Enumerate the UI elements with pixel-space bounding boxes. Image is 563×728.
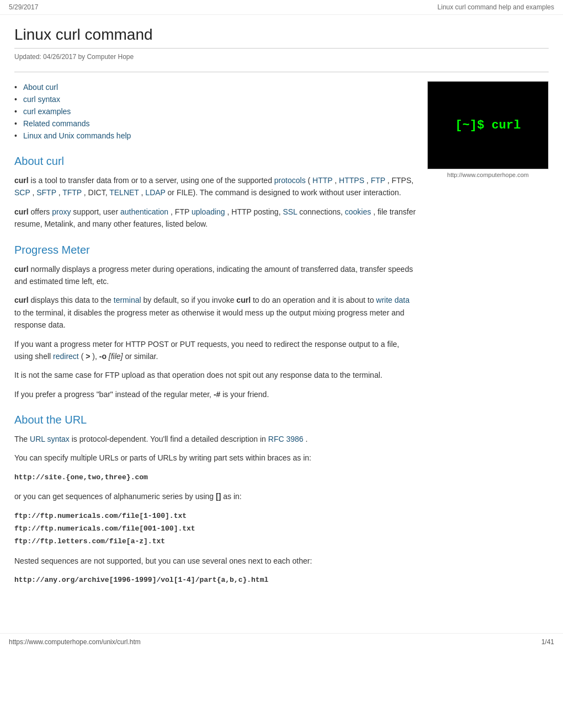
code-block-3: http://any.org/archive[1996-1999]/vol[1-…	[14, 574, 416, 586]
code-block-2: ftp://ftp.numericals.com/file[1-100].txt…	[14, 510, 416, 548]
code-ftp-1: ftp://ftp.numericals.com/file[1-100].txt	[14, 512, 187, 520]
code-archive: http://any.org/archive[1996-1999]/vol[1-…	[14, 576, 268, 584]
link-proxy[interactable]: proxy	[52, 207, 71, 216]
heading-about-curl: About curl	[14, 155, 416, 168]
link-ldap[interactable]: LDAP	[145, 188, 165, 197]
toc-item-about-curl: About curl	[14, 81, 416, 93]
link-url-syntax[interactable]: URL syntax	[30, 435, 70, 443]
curl-bold-2: curl	[14, 207, 29, 216]
link-terminal[interactable]: terminal	[114, 296, 141, 304]
link-uploading[interactable]: uploading	[192, 207, 225, 216]
footer-url: https://www.computerhope.com/unix/curl.h…	[9, 638, 141, 646]
toc-item-linux-unix: Linux and Unix commands help	[14, 130, 416, 142]
top-page-title: Linux curl command help and examples	[438, 3, 554, 11]
curl-bold-3: curl	[14, 265, 29, 274]
link-sftp[interactable]: SFTP	[36, 188, 56, 197]
toc-link-linux-unix[interactable]: Linux and Unix commands help	[23, 131, 131, 140]
progress-p4: It is not the same case for FTP upload a…	[14, 369, 416, 381]
progress-p1: curl normally displays a progress meter …	[14, 263, 416, 288]
toc-item-examples: curl examples	[14, 105, 416, 117]
link-authentication[interactable]: authentication	[120, 207, 168, 216]
curl-bold-5: curl	[236, 296, 251, 304]
toc-item-syntax: curl syntax	[14, 93, 416, 105]
terminal-image: [~]$ curl	[427, 81, 549, 169]
url-p3: or you can get sequences of alphanumeric…	[14, 490, 416, 502]
heading-progress-meter: Progress Meter	[14, 244, 416, 256]
link-protocols[interactable]: protocols	[274, 176, 306, 185]
link-rfc3986[interactable]: RFC 3986	[268, 435, 304, 443]
url-p2: You can specify multiple URLs or parts o…	[14, 452, 416, 464]
right-column: [~]$ curl http://www.computerhope.com	[427, 81, 549, 600]
file-italic: [file]	[109, 352, 123, 361]
toc-link-related[interactable]: Related commands	[23, 119, 90, 128]
left-column: About curl curl syntax curl examples Rel…	[14, 81, 416, 600]
link-ssl[interactable]: SSL	[283, 207, 297, 216]
link-scp[interactable]: SCP	[14, 188, 30, 197]
link-shell-redirect[interactable]: redirect	[53, 352, 79, 361]
divider	[14, 72, 549, 72]
link-write-data[interactable]: write data	[376, 296, 410, 304]
dash-hash: -#	[214, 390, 220, 399]
link-https[interactable]: HTTPS	[339, 176, 364, 185]
about-curl-p1: curl is a tool to transfer data from or …	[14, 174, 416, 199]
progress-p2: curl displays this data to the terminal …	[14, 294, 416, 331]
toc-item-related: Related commands	[14, 117, 416, 130]
link-ftp[interactable]: FTP	[371, 176, 385, 185]
image-caption: http://www.computerhope.com	[427, 172, 549, 178]
url-p1: The URL syntax is protocol-dependent. Yo…	[14, 433, 416, 445]
page-title: Linux curl command	[14, 26, 549, 49]
curl-bold-4: curl	[14, 296, 29, 304]
toc-link-syntax[interactable]: curl syntax	[23, 95, 60, 104]
section-progress-meter: Progress Meter curl normally displays a …	[14, 244, 416, 401]
section-about-curl: About curl curl is a tool to transfer da…	[14, 155, 416, 231]
progress-p3: If you want a progress meter for HTTP PO…	[14, 338, 416, 363]
terminal-text: [~]$ curl	[455, 119, 521, 132]
progress-p5: If you prefer a progress "bar" instead o…	[14, 388, 416, 400]
toc-link-examples[interactable]: curl examples	[23, 107, 71, 116]
link-cookies[interactable]: cookies	[345, 207, 371, 216]
about-curl-p2: curl offers proxy support, user authenti…	[14, 206, 416, 231]
heading-about-url: About the URL	[14, 414, 416, 426]
footer-pagination: 1/41	[541, 638, 554, 646]
url-p4: Nested sequences are not supported, but …	[14, 555, 416, 567]
link-tftp[interactable]: TFTP	[62, 188, 82, 197]
code-ftp-3: ftp://ftp.letters.com/file[a-z].txt	[14, 537, 165, 545]
link-telnet[interactable]: TELNET	[109, 188, 139, 197]
link-http[interactable]: HTTP	[312, 176, 332, 185]
code-text-1: http://site.{one,two,three}.com	[14, 473, 148, 481]
code-block-1: http://site.{one,two,three}.com	[14, 471, 416, 484]
top-date: 5/29/2017	[9, 3, 38, 11]
toc-list: About curl curl syntax curl examples Rel…	[14, 81, 416, 142]
top-bar: 5/29/2017 Linux curl command help and ex…	[0, 0, 563, 15]
code-ftp-2: ftp://ftp.numericals.com/file[001-100].t…	[14, 524, 195, 533]
curl-bold-1: curl	[14, 176, 29, 185]
updated-info: Updated: 04/26/2017 by Computer Hope	[14, 53, 549, 61]
toc-link-about-curl[interactable]: About curl	[23, 83, 58, 92]
footer-bar: https://www.computerhope.com/unix/curl.h…	[0, 633, 563, 650]
section-about-url: About the URL The URL syntax is protocol…	[14, 414, 416, 587]
